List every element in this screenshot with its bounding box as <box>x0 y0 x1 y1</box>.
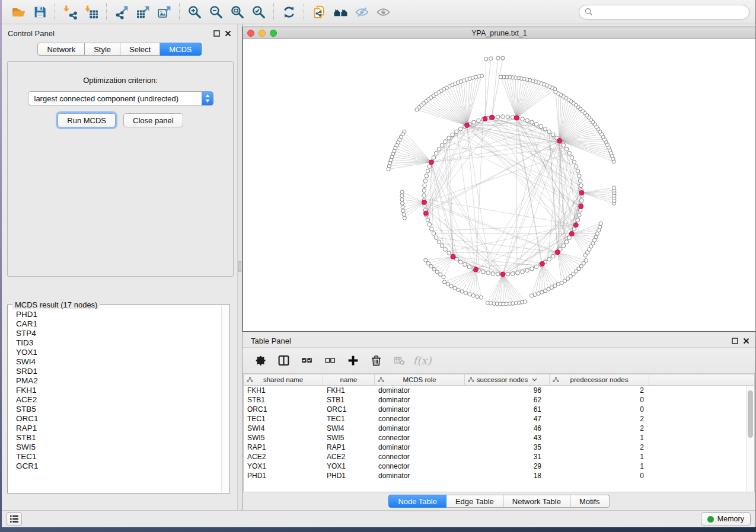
close-panel-icon[interactable] <box>225 30 231 37</box>
network-window-titlebar[interactable]: YPA_prune.txt_1 <box>243 27 755 39</box>
column-header-MCDS-role[interactable]: MCDS role <box>375 374 465 385</box>
result-node-item[interactable]: CAR1 <box>16 319 221 329</box>
table-row[interactable]: TEC1TEC1connector472 <box>244 414 746 424</box>
mcds-result-scrollbar[interactable] <box>221 306 229 492</box>
search-box[interactable] <box>579 5 749 20</box>
application-window: Control Panel NetworkStyleSelectMCDS Opt… <box>2 0 756 527</box>
divider-grip[interactable] <box>238 261 241 272</box>
result-node-item[interactable]: TEC1 <box>16 452 221 462</box>
cell-shared-name: STB1 <box>244 395 323 405</box>
cell-MCDS-role: dominator <box>375 471 465 480</box>
export-network-button[interactable] <box>111 2 132 21</box>
optimization-criterion-value: largest connected component (undirected) <box>28 94 202 103</box>
result-node-item[interactable]: STB5 <box>16 405 221 414</box>
column-header-name[interactable]: name <box>323 374 375 385</box>
export-image-button[interactable] <box>154 2 175 21</box>
result-node-item[interactable]: STB1 <box>16 433 221 443</box>
table-row[interactable]: SWI5SWI5connector431 <box>244 433 746 443</box>
memory-button[interactable]: Memory <box>701 512 751 525</box>
mcds-result-group: MCDS result (17 nodes) PHD1CAR1STP4TID3Y… <box>7 305 230 493</box>
gear-icon <box>254 354 267 367</box>
cell-successor-nodes: 31 <box>465 452 550 462</box>
table-row[interactable]: SWI4SWI4dominator462 <box>244 424 746 433</box>
tab-node-table[interactable]: Node Table <box>388 495 446 508</box>
result-node-item[interactable]: PMA2 <box>16 376 221 386</box>
network-canvas[interactable] <box>243 39 755 331</box>
result-node-item[interactable]: STP4 <box>16 329 221 338</box>
optimization-criterion-select[interactable]: largest connected component (undirected) <box>28 91 213 105</box>
result-node-item[interactable]: ORC1 <box>16 414 221 424</box>
table-row[interactable]: ORC1ORC1dominator610 <box>244 405 746 414</box>
save-session-button[interactable] <box>29 2 50 21</box>
share-document-button[interactable] <box>308 2 330 21</box>
result-node-item[interactable]: GCR1 <box>16 462 221 471</box>
column-header-shared-name[interactable]: shared name <box>244 374 323 385</box>
import-table-button[interactable] <box>81 2 102 21</box>
tab-style[interactable]: Style <box>85 43 120 56</box>
zoom-out-button[interactable] <box>205 2 227 21</box>
delete-row-button[interactable] <box>369 354 383 368</box>
cell-name: ORC1 <box>323 405 375 414</box>
float-panel-icon[interactable] <box>213 30 220 37</box>
tab-motifs[interactable]: Motifs <box>570 495 610 508</box>
result-node-item[interactable]: FKH1 <box>16 386 221 395</box>
zoom-fit-button[interactable] <box>227 2 248 21</box>
cell-name: ACE2 <box>323 452 375 462</box>
select-all-button[interactable] <box>299 354 314 368</box>
search-input[interactable] <box>596 8 744 16</box>
result-node-item[interactable]: SWI5 <box>16 443 221 452</box>
cell-MCDS-role: dominator <box>375 386 465 395</box>
tab-edge-table[interactable]: Edge Table <box>446 495 503 508</box>
table-scrollbar-thumb[interactable] <box>748 390 753 438</box>
first-neighbors-icon <box>333 5 348 20</box>
import-network-button[interactable] <box>59 2 81 21</box>
cell-predecessor-nodes: 2 <box>550 424 649 433</box>
delete-table-button[interactable] <box>392 354 406 368</box>
function-builder-button[interactable]: f(x) <box>415 354 429 368</box>
cell-successor-nodes: 96 <box>465 386 550 395</box>
unselect-all-button[interactable] <box>323 354 337 368</box>
table-row[interactable]: ACE2ACE2connector311 <box>244 452 746 462</box>
result-node-item[interactable]: SWI4 <box>16 357 221 367</box>
close-panel-icon[interactable] <box>743 338 749 344</box>
result-node-item[interactable]: RAP1 <box>16 424 221 433</box>
add-row-button[interactable] <box>346 354 360 368</box>
tab-network-table[interactable]: Network Table <box>503 495 570 508</box>
table-row[interactable]: RAP1RAP1dominator352 <box>244 443 746 452</box>
columns-button[interactable] <box>276 354 291 368</box>
export-table-button[interactable] <box>132 2 154 21</box>
add-row-icon <box>347 354 359 367</box>
tab-select[interactable]: Select <box>120 43 160 56</box>
table-scrollbar[interactable] <box>746 386 754 492</box>
split-divider[interactable] <box>237 24 243 510</box>
table-row[interactable]: YOX1YOX1connector291 <box>244 462 746 471</box>
result-node-item[interactable]: SRD1 <box>16 367 221 376</box>
tab-network[interactable]: Network <box>37 43 85 56</box>
tab-mcds[interactable]: MCDS <box>160 43 201 56</box>
export-table-icon <box>136 5 151 20</box>
gear-button[interactable] <box>253 354 267 368</box>
table-row[interactable]: PHD1PHD1dominator180 <box>244 471 746 480</box>
run-mcds-button[interactable]: Run MCDS <box>58 113 116 127</box>
search-icon <box>585 8 593 16</box>
column-header-successor-nodes[interactable]: successor nodes <box>465 374 550 385</box>
hide-selected-button[interactable] <box>351 2 372 21</box>
apply-layout-button[interactable] <box>278 2 299 21</box>
table-row[interactable]: STB1STB1dominator620 <box>244 395 746 405</box>
result-node-item[interactable]: TID3 <box>16 338 221 348</box>
float-panel-icon[interactable] <box>732 338 738 344</box>
cell-predecessor-nodes: 2 <box>550 386 649 395</box>
result-node-item[interactable]: PHD1 <box>16 310 221 319</box>
first-neighbors-button[interactable] <box>330 2 351 21</box>
column-header-predecessor-nodes[interactable]: predecessor nodes <box>550 374 649 385</box>
show-all-button[interactable] <box>372 2 394 21</box>
zoom-selected-button[interactable] <box>248 2 269 21</box>
cell-predecessor-nodes: 0 <box>550 471 649 480</box>
result-node-item[interactable]: YOX1 <box>16 348 221 357</box>
close-panel-button[interactable]: Close panel <box>123 113 183 127</box>
zoom-in-button[interactable] <box>184 2 205 21</box>
task-history-button[interactable] <box>7 512 22 525</box>
table-row[interactable]: FKH1FKH1dominator962 <box>244 386 746 395</box>
open-session-button[interactable] <box>8 2 29 21</box>
result-node-item[interactable]: ACE2 <box>16 395 221 405</box>
